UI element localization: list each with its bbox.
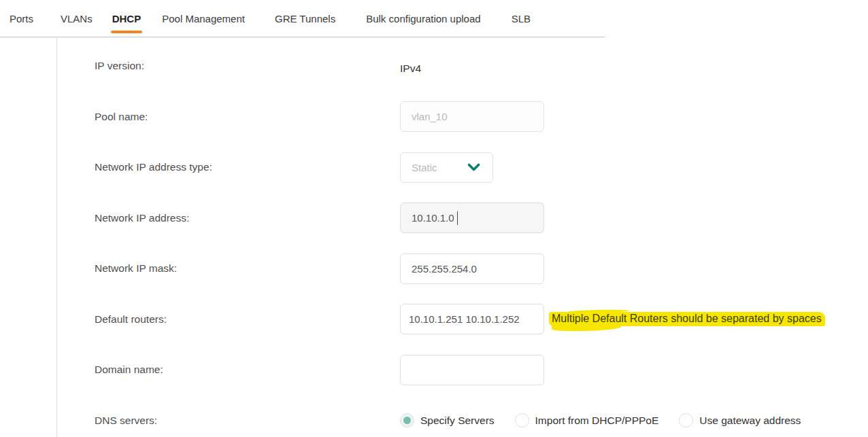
tab-pool-management[interactable]: Pool Management — [162, 0, 245, 37]
row-network-ip-address: Network IP address: — [57, 193, 868, 244]
radio-use-gateway-address-label: Use gateway address — [699, 415, 801, 427]
row-network-ip-address-type: Network IP address type: Static — [57, 142, 868, 193]
default-routers-highlighted-hint: Multiple Default Routers should be separ… — [549, 312, 825, 326]
row-domain-name: Domain name: — [57, 345, 868, 396]
text-cursor — [457, 211, 458, 225]
network-ip-address-label: Network IP address: — [57, 212, 400, 224]
default-routers-input[interactable] — [400, 304, 544, 334]
network-ip-address-input[interactable] — [400, 203, 544, 233]
tab-bar: Ports VLANs DHCP Pool Management GRE Tun… — [0, 0, 605, 37]
radio-import-from-dhcp-pppoe[interactable] — [515, 413, 529, 427]
row-pool-name: Pool name: — [57, 92, 868, 143]
dns-servers-label: DNS servers: — [57, 415, 400, 427]
tab-ports[interactable]: Ports — [10, 0, 33, 37]
dhcp-pool-form: IP version: IPv4 Pool name: Network IP a… — [57, 38, 868, 437]
ip-version-value: IPv4 — [400, 63, 421, 75]
row-network-ip-mask: Network IP mask: — [57, 243, 868, 294]
tab-slb[interactable]: SLB — [512, 0, 531, 37]
network-ip-address-type-value: Static — [412, 162, 437, 173]
radio-group-use-gateway-address[interactable]: Use gateway address — [679, 413, 801, 427]
radio-group-import-from-dhcp-pppoe[interactable]: Import from DHCP/PPPoE — [515, 413, 659, 427]
row-ip-version: IP version: IPv4 — [57, 41, 868, 92]
domain-name-label: Domain name: — [57, 364, 400, 376]
network-ip-address-type-label: Network IP address type: — [57, 161, 400, 173]
pool-name-label: Pool name: — [57, 111, 400, 123]
radio-specify-servers[interactable] — [400, 413, 414, 427]
radio-import-from-dhcp-pppoe-label: Import from DHCP/PPPoE — [535, 415, 659, 427]
network-ip-mask-label: Network IP mask: — [57, 262, 400, 275]
radio-group-specify-servers[interactable]: Specify Servers — [400, 413, 495, 427]
radio-specify-servers-label: Specify Servers — [420, 415, 495, 427]
row-dns-servers: DNS servers: Specify Servers Import from… — [57, 396, 868, 437]
pool-name-input[interactable] — [400, 101, 544, 132]
tab-vlans[interactable]: VLANs — [61, 0, 93, 37]
domain-name-input[interactable] — [400, 355, 544, 385]
ip-version-label: IP version: — [57, 60, 400, 72]
radio-use-gateway-address[interactable] — [679, 413, 693, 427]
chevron-down-icon — [467, 163, 480, 172]
tab-bulk-configuration-upload[interactable]: Bulk configuration upload — [366, 0, 480, 37]
tab-gre-tunnels[interactable]: GRE Tunnels — [275, 0, 335, 37]
network-ip-mask-input[interactable] — [400, 254, 544, 284]
default-routers-label: Default routers: — [57, 313, 400, 326]
row-default-routers: Default routers: Multiple Default Router… — [57, 294, 868, 345]
tab-dhcp[interactable]: DHCP — [112, 0, 141, 37]
network-ip-address-type-select[interactable]: Static — [400, 152, 493, 183]
